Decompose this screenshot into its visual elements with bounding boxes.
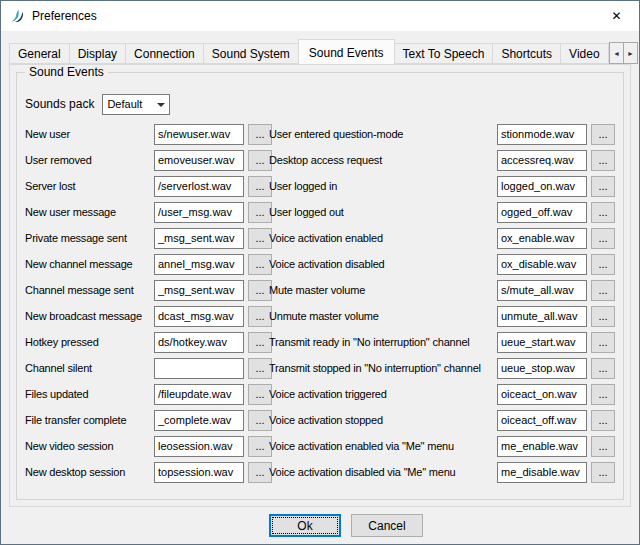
sound-event-row: User removed... [25, 147, 272, 173]
sounds-pack-label: Sounds pack [25, 97, 94, 111]
tab-scroll-right-button[interactable]: ► [623, 42, 638, 64]
sound-file-input[interactable] [497, 202, 587, 223]
browse-button[interactable]: ... [591, 280, 615, 301]
sound-events-group: Sound Events Sounds pack Default New use… [16, 72, 624, 500]
sound-file-input[interactable] [497, 280, 587, 301]
browse-button[interactable]: ... [591, 332, 615, 353]
preferences-window: Preferences ✕ GeneralDisplayConnectionSo… [0, 0, 640, 545]
sound-event-label: Voice activation enabled [269, 232, 497, 244]
sound-event-row: Private message sent... [25, 225, 272, 251]
sound-event-label: New video session [25, 440, 154, 452]
sound-event-row: Voice activation enabled via "Me" menu..… [269, 433, 615, 459]
sound-event-label: Voice activation disabled via "Me" menu [269, 466, 497, 478]
sound-file-input[interactable] [154, 306, 244, 327]
sound-event-row: Mute master volume... [269, 277, 615, 303]
sound-file-input[interactable] [497, 150, 587, 171]
tab-shortcuts[interactable]: Shortcuts [492, 43, 561, 64]
sound-file-input[interactable] [154, 228, 244, 249]
browse-button[interactable]: ... [591, 150, 615, 171]
arrow-left-icon: ◄ [613, 50, 620, 57]
sound-event-label: Server lost [25, 180, 154, 192]
sound-event-row: Files updated... [25, 381, 272, 407]
sound-event-label: Mute master volume [269, 284, 497, 296]
sound-file-input[interactable] [154, 124, 244, 145]
sounds-pack-select[interactable]: Default [102, 94, 170, 115]
sound-event-label: Files updated [25, 388, 154, 400]
sound-file-input[interactable] [497, 410, 587, 431]
tab-sound-system[interactable]: Sound System [203, 43, 299, 64]
sound-file-input[interactable] [154, 358, 244, 379]
browse-button[interactable]: ... [591, 254, 615, 275]
sound-file-input[interactable] [154, 410, 244, 431]
sound-event-label: Voice activation stopped [269, 414, 497, 426]
sound-file-input[interactable] [154, 436, 244, 457]
sound-file-input[interactable] [154, 332, 244, 353]
browse-button[interactable]: ... [591, 202, 615, 223]
browse-button[interactable]: ... [591, 384, 615, 405]
titlebar: Preferences ✕ [1, 1, 639, 31]
sound-file-input[interactable] [154, 202, 244, 223]
sound-file-input[interactable] [497, 254, 587, 275]
sound-file-input[interactable] [497, 306, 587, 327]
sound-event-row: User entered question-mode... [269, 121, 615, 147]
sound-event-row: Voice activation enabled... [269, 225, 615, 251]
sound-event-row: Hotkey pressed... [25, 329, 272, 355]
browse-button[interactable]: ... [591, 436, 615, 457]
sound-file-input[interactable] [497, 462, 587, 483]
sound-events-right-column: User entered question-mode...Desktop acc… [269, 121, 615, 485]
browse-button[interactable]: ... [591, 462, 615, 483]
sound-event-label: Channel silent [25, 362, 154, 374]
browse-button[interactable]: ... [591, 124, 615, 145]
sound-file-input[interactable] [497, 332, 587, 353]
sound-file-input[interactable] [497, 384, 587, 405]
sound-event-label: Desktop access request [269, 154, 497, 166]
group-title: Sound Events [25, 65, 108, 79]
close-button[interactable]: ✕ [594, 1, 639, 31]
sound-event-row: Transmit stopped in "No interruption" ch… [269, 355, 615, 381]
tab-connection[interactable]: Connection [125, 43, 204, 64]
window-title: Preferences [32, 9, 97, 23]
sound-event-row: New broadcast message... [25, 303, 272, 329]
sound-file-input[interactable] [154, 150, 244, 171]
browse-button[interactable]: ... [591, 358, 615, 379]
sound-event-label: Private message sent [25, 232, 154, 244]
sound-event-label: User logged out [269, 206, 497, 218]
sound-file-input[interactable] [497, 358, 587, 379]
tab-video[interactable]: Video [560, 43, 608, 64]
sound-file-input[interactable] [497, 228, 587, 249]
sound-file-input[interactable] [154, 254, 244, 275]
sound-event-label: Voice activation triggered [269, 388, 497, 400]
sound-file-input[interactable] [497, 436, 587, 457]
sound-event-row: Channel silent... [25, 355, 272, 381]
sound-event-label: New channel message [25, 258, 154, 270]
tab-scroll-left-button[interactable]: ◄ [609, 42, 624, 64]
sound-event-label: Voice activation disabled [269, 258, 497, 270]
sound-event-label: New user message [25, 206, 154, 218]
sound-file-input[interactable] [497, 124, 587, 145]
sound-file-input[interactable] [154, 384, 244, 405]
ok-button[interactable]: Ok [269, 514, 341, 537]
sound-file-input[interactable] [154, 462, 244, 483]
browse-button[interactable]: ... [591, 176, 615, 197]
sound-event-row: Server lost... [25, 173, 272, 199]
arrow-right-icon: ► [627, 50, 634, 57]
tab-sound-events[interactable]: Sound Events [298, 39, 395, 64]
sounds-pack-select-wrap: Default [102, 94, 170, 115]
sound-event-row: Unmute master volume... [269, 303, 615, 329]
sound-event-row: Voice activation disabled... [269, 251, 615, 277]
sound-file-input[interactable] [154, 176, 244, 197]
tab-general[interactable]: General [9, 43, 70, 64]
sound-event-row: New user... [25, 121, 272, 147]
sound-event-row: New desktop session... [25, 459, 272, 485]
close-icon: ✕ [611, 9, 621, 23]
browse-button[interactable]: ... [591, 228, 615, 249]
sound-file-input[interactable] [154, 280, 244, 301]
browse-button[interactable]: ... [591, 410, 615, 431]
tab-text-to-speech[interactable]: Text To Speech [394, 43, 494, 64]
sound-event-row: Channel message sent... [25, 277, 272, 303]
cancel-button[interactable]: Cancel [351, 514, 423, 537]
tab-display[interactable]: Display [69, 43, 126, 64]
sound-file-input[interactable] [497, 176, 587, 197]
browse-button[interactable]: ... [591, 306, 615, 327]
sound-event-row: New user message... [25, 199, 272, 225]
